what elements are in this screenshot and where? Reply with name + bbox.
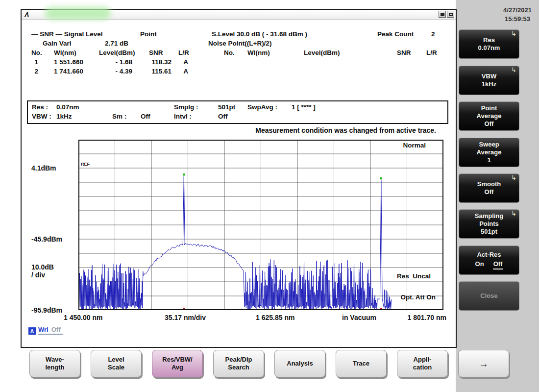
sm-label: Sm : (112, 113, 126, 120)
table-col-no: No. (31, 49, 42, 56)
screen: 4/27/2021 15:59:53 ↳ Res 0.07nm ↳ VBW 1k… (0, 0, 539, 392)
window-controls (439, 11, 454, 18)
menu-label: Trace (353, 360, 369, 368)
spectrum-plot (78, 140, 443, 310)
softkey-value: 1kHz (482, 80, 496, 88)
menu-more-button[interactable]: → (458, 350, 509, 377)
menu-analysis-button[interactable]: Analysis (274, 350, 325, 377)
softkey-label: Points (479, 220, 499, 228)
analyzer-window: Λ — SNR — Signal Level Point S.Level 30.… (21, 9, 457, 348)
softkey-close[interactable]: Close (459, 281, 519, 311)
peak-count-label: Peak Count (377, 30, 414, 38)
y-per-div-label: 10.0dB / div (31, 263, 54, 279)
menu-label: Appli- (414, 356, 432, 364)
x-medium-label: in Vacuum (342, 314, 376, 321)
submenu-arrow-icon: ↳ (511, 66, 516, 74)
vbw-label: VBW : (32, 113, 51, 120)
x-start-label: 1 450.00 nm (64, 314, 102, 321)
softkey-smooth[interactable]: ↳ Smooth Off (459, 173, 519, 203)
smplg-value: 501pt (218, 103, 235, 111)
menu-label: Scale (108, 364, 124, 371)
softkey-res[interactable]: ↳ Res 0.07nm (459, 29, 519, 59)
x-end-label: 1 801.70 nm (408, 314, 446, 321)
table-col-snr: SNR (397, 49, 411, 56)
analysis-results: — SNR — Signal Level Point S.Level 30.0 … (22, 20, 456, 81)
softkey-label: Point (481, 104, 497, 112)
softkey-label: Smooth (477, 180, 501, 188)
softkey-sampling-points[interactable]: ↳ Sampling Points 501pt (459, 209, 519, 239)
menu-label: Peak/Dip (225, 356, 252, 364)
softkey-act-res[interactable]: Act-Res On Off (459, 245, 519, 275)
softkey-label: Close (480, 292, 497, 300)
softkey-value: 0.07nm (478, 44, 500, 52)
date-label: 4/27/2021 (499, 6, 536, 15)
status-message: Measurement condition was changed from a… (255, 126, 436, 134)
table-col-level: Level(dBm) (99, 49, 135, 56)
maximize-button[interactable] (447, 11, 454, 18)
softkey-label: Act-Res (477, 251, 501, 259)
softkey-value: Off (485, 120, 494, 128)
trace-write-label: Wri (38, 326, 49, 333)
more-arrow-icon: → (479, 358, 489, 370)
trace-state: Wri Off (38, 326, 63, 335)
noise-point-label: Noise Point((L+R)/2) (208, 40, 271, 47)
menu-trace-button[interactable]: Trace (336, 350, 387, 377)
softkey-value: 501pt (481, 228, 497, 236)
peak-count-value: 2 (431, 30, 435, 38)
softkey-vbw[interactable]: ↳ VBW 1kHz (459, 66, 519, 95)
title-bar: Λ (22, 10, 456, 20)
table-col-lr: L/R (426, 49, 437, 56)
peak-level: - 1.68 (93, 58, 132, 66)
submenu-arrow-icon: ↳ (511, 30, 516, 38)
softkey-label: VBW (482, 73, 496, 80)
softkey-sweep-average[interactable]: Sweep Average 1 (459, 138, 519, 167)
swpavg-value: 1 [ **** ] (292, 103, 316, 111)
table-col-no: No. (224, 49, 235, 56)
act-res-on-option[interactable]: On (475, 260, 484, 270)
softkey-point-average[interactable]: Point Average Off (459, 101, 519, 131)
act-res-off-option[interactable]: Off (493, 260, 503, 270)
menu-application-button[interactable]: Appli- cation (397, 350, 448, 377)
y-bottom-label: -95.9dBm (31, 306, 62, 314)
minimize-button[interactable] (439, 11, 446, 18)
menu-label: Level (108, 356, 124, 364)
peak-snr: 118.32 (141, 58, 172, 66)
x-axis-labels: 1 450.00 nm 35.17 nm/div 1 625.85 nm in … (78, 314, 443, 322)
menu-label: Wave- (46, 356, 64, 364)
menu-label: Avg (172, 364, 183, 371)
menu-label: length (46, 364, 65, 371)
menu-res-vbw-avg-button[interactable]: Res/VBW/ Avg (152, 350, 203, 377)
peak-wl: 1 741.660 (42, 68, 83, 75)
trace-off-label: Off (51, 326, 61, 333)
peak-lr: A (177, 68, 194, 75)
menu-wavelength-button[interactable]: Wave- length (29, 350, 80, 377)
softkey-label: Res (483, 36, 495, 44)
softkey-label: Sampling (475, 212, 504, 220)
y-per-div-value: 10.0dB (31, 263, 54, 271)
gain-vari-label: Gain Vari (43, 40, 72, 47)
softkey-label: Average (477, 148, 502, 156)
submenu-arrow-icon: ↳ (511, 174, 516, 182)
table-col-wl: Wl(nm) (54, 49, 76, 56)
redacted-area (45, 7, 111, 20)
softkey-label: Sweep (479, 141, 499, 148)
point-mode-label: Point (140, 30, 157, 38)
softkey-value: 1 (487, 156, 490, 164)
sm-value: Off (141, 113, 150, 120)
trace-indicator: A Wri Off (28, 326, 63, 335)
peak-lr: A (177, 58, 194, 66)
peak-no: 1 (27, 58, 38, 66)
softkey-value: Off (485, 188, 494, 196)
y-ref-label: 4.1dBm (31, 164, 56, 172)
softkey-label: Average (477, 112, 502, 120)
menu-level-scale-button[interactable]: Level Scale (91, 350, 142, 377)
table-col-level: Level(dBm) (304, 49, 340, 56)
menu-label: Analysis (287, 360, 313, 368)
menu-label: Search (228, 364, 249, 371)
table-col-wl: Wl(nm) (247, 49, 270, 56)
act-res-toggle: On Off (475, 260, 503, 270)
menu-label: cation (413, 364, 432, 371)
res-label: Res : (32, 103, 48, 111)
swpavg-label: SwpAvg : (247, 103, 277, 111)
menu-peak-dip-search-button[interactable]: Peak/Dip Search (213, 350, 264, 377)
